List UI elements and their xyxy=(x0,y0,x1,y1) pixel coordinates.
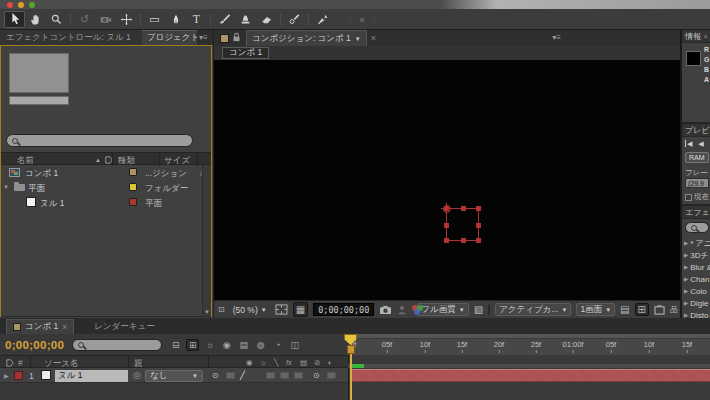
type-tool[interactable]: T xyxy=(186,11,207,28)
work-area-bar[interactable] xyxy=(349,334,710,339)
live-update-icon[interactable]: ⊞ xyxy=(186,339,199,351)
magnification-dropdown[interactable]: (50 %)▼ xyxy=(230,303,270,316)
project-columns-header[interactable]: 名前 ▲ 種類 サイズ xyxy=(1,152,211,165)
project-search-field[interactable] xyxy=(6,134,193,147)
selection-tool[interactable] xyxy=(4,11,25,28)
graph-editor-icon[interactable]: ◫ xyxy=(288,340,301,350)
tab-info[interactable]: 情報 × xyxy=(682,30,710,43)
label-color-swatch[interactable] xyxy=(129,183,137,191)
project-row-null[interactable]: ヌル 1 平面 xyxy=(1,195,211,210)
current-time-display[interactable]: 0;00;00;00 xyxy=(5,339,64,351)
brush-tool[interactable] xyxy=(214,11,235,28)
tab-dropdown-icon[interactable]: ▼ xyxy=(355,36,361,42)
tab-close-icon[interactable]: × xyxy=(62,322,67,332)
layer-eye-icon[interactable]: ⊙ xyxy=(212,371,219,380)
shy-layers-icon[interactable]: ◉ xyxy=(220,340,233,350)
zoom-window-button[interactable] xyxy=(29,2,35,8)
tab-render-queue[interactable]: レンダーキュー xyxy=(88,319,161,334)
project-vertical-scrollbar[interactable]: ▼ xyxy=(202,165,211,316)
lock-icon[interactable] xyxy=(232,32,241,44)
selection-handle[interactable] xyxy=(461,238,466,243)
effects-category[interactable]: ▶Digie xyxy=(682,297,710,309)
project-row-folder[interactable]: ▼ 平面 フォルダー ▲ xyxy=(1,180,211,195)
minimize-window-button[interactable] xyxy=(18,2,24,8)
panel-menu-icon[interactable]: ▾≡ xyxy=(552,33,561,42)
layer-duration-bar[interactable] xyxy=(351,369,710,382)
tab-preview[interactable]: プレビ xyxy=(682,124,710,137)
effects-search-field[interactable] xyxy=(685,222,709,233)
selection-handle[interactable] xyxy=(476,223,481,228)
pan-behind-tool[interactable] xyxy=(116,11,137,28)
tab-close-icon[interactable]: × xyxy=(371,33,376,43)
panel-menu-icon[interactable]: ▾≡ xyxy=(199,30,208,45)
selection-handle[interactable] xyxy=(461,206,466,211)
close-window-button[interactable] xyxy=(7,2,13,8)
effects-category[interactable]: ▶Blur & xyxy=(682,261,710,273)
eraser-tool[interactable] xyxy=(256,11,277,28)
scroll-down-icon[interactable]: ▼ xyxy=(204,309,210,315)
first-frame-button[interactable]: ◀ xyxy=(685,140,694,147)
mini-flowchart-icon[interactable]: 品 xyxy=(670,304,678,315)
pixel-aspect-correction-icon[interactable]: ⊞ xyxy=(635,303,649,316)
layer-switch-box[interactable] xyxy=(226,372,235,379)
auto-keyframe-icon[interactable]: ◔ xyxy=(271,340,284,350)
framerate-field[interactable]: (29.9 xyxy=(685,178,709,188)
pen-tool[interactable] xyxy=(165,11,186,28)
show-snapshot-icon[interactable] xyxy=(397,305,407,315)
motion-sketch-icon[interactable]: ☼ xyxy=(203,340,216,350)
effects-category[interactable]: ▶Colo xyxy=(682,285,710,297)
rectangle-tool[interactable]: ▭ xyxy=(144,11,165,28)
composition-viewer[interactable] xyxy=(214,60,681,300)
viewer-timecode[interactable]: 0;00;00;00 xyxy=(313,303,374,316)
camera-view-dropdown[interactable]: アクティブカ...▼ xyxy=(495,303,571,316)
selection-handle[interactable] xyxy=(476,206,481,211)
transparency-grid-icon[interactable] xyxy=(488,305,490,315)
layer-switch-box[interactable] xyxy=(294,372,303,379)
puppet-pin-tool[interactable] xyxy=(312,11,333,28)
parent-pickwhip-icon[interactable]: ◎ xyxy=(133,370,141,380)
roto-brush-tool[interactable] xyxy=(284,11,305,28)
prev-frame-button[interactable]: ◀ xyxy=(698,140,705,147)
timeline-columns-header[interactable]: # ソース名 親 ◉ ☼ ╲ fx ▤ ⊘ ◐ xyxy=(0,355,348,368)
ram-preview-button[interactable]: RAM xyxy=(685,152,709,163)
checkbox-icon[interactable] xyxy=(685,194,692,201)
layer-name-field[interactable]: ヌル 1 xyxy=(55,370,128,382)
clone-stamp-tool[interactable] xyxy=(235,11,256,28)
rotation-tool[interactable]: ↺ xyxy=(74,11,95,28)
layer-row[interactable]: ▶ 1 ヌル 1 ◎ なし▼ ⊙ ╱ ⊙ xyxy=(0,368,348,383)
region-of-interest-icon[interactable]: ▧ xyxy=(474,304,483,315)
label-color-swatch[interactable] xyxy=(129,168,137,176)
selection-handle[interactable] xyxy=(476,238,481,243)
camera-tool[interactable] xyxy=(95,11,116,28)
layer-label-swatch[interactable] xyxy=(14,371,23,380)
motion-blur-icon[interactable]: ◍ xyxy=(254,340,267,350)
selected-layer-bounding-box[interactable] xyxy=(446,208,479,241)
tab-composition[interactable]: コンポジション: コンポ 1 ▼ xyxy=(246,30,367,46)
effects-category[interactable]: ▶* アニ xyxy=(682,237,710,249)
playhead-grip[interactable] xyxy=(347,345,355,354)
timeline-search-field[interactable] xyxy=(72,339,162,351)
hand-tool[interactable] xyxy=(25,11,46,28)
share-view-icon[interactable]: ▤ xyxy=(620,304,629,315)
selection-handle[interactable] xyxy=(444,223,449,228)
titlebar[interactable] xyxy=(0,0,710,9)
label-color-swatch[interactable] xyxy=(129,198,137,206)
tab-close-icon[interactable]: × xyxy=(703,32,708,41)
from-current-time-checkbox[interactable]: 現在 xyxy=(685,192,709,202)
time-ruler[interactable]: 0f 05f 10f 15f 20f 25f 01:00f 05f 10f 15… xyxy=(348,334,710,355)
tab-timeline-comp[interactable]: コンポ 1 × xyxy=(6,319,74,334)
project-row-comp[interactable]: コンポ 1 ...ジション 品 xyxy=(1,165,211,180)
layer-audio-icon[interactable]: ⊙ xyxy=(313,371,320,380)
layer-quality-icon[interactable]: ╱ xyxy=(240,371,245,380)
effects-category[interactable]: ▶3Dチ xyxy=(682,249,710,261)
effects-category[interactable]: ▶Chan xyxy=(682,273,710,285)
layer-twirl-icon[interactable]: ▶ xyxy=(4,372,9,379)
frame-blend-icon[interactable]: ▤ xyxy=(237,340,250,350)
column-number[interactable]: # xyxy=(18,358,23,368)
zoom-tool[interactable] xyxy=(46,11,67,28)
layer-switch-box[interactable] xyxy=(266,372,275,379)
view-layout-dropdown[interactable]: 1画面▼ xyxy=(576,303,615,316)
tab-project[interactable]: プロジェクト xyxy=(142,30,197,45)
selection-handle[interactable] xyxy=(444,238,449,243)
layer-switch-box[interactable] xyxy=(280,372,289,379)
